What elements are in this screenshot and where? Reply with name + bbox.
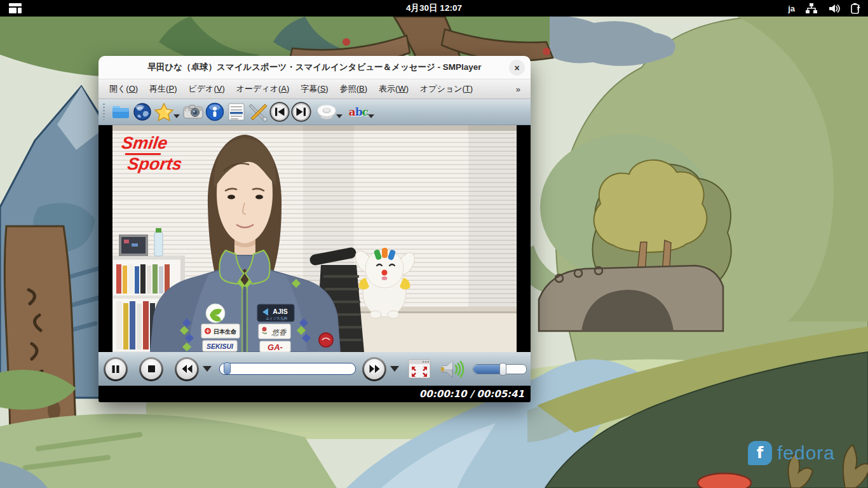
svg-text:日本生命: 日本生命 bbox=[214, 329, 237, 335]
svg-text:悠香: 悠香 bbox=[271, 328, 288, 337]
info-icon[interactable] bbox=[204, 101, 226, 123]
svg-text:エイジス九州: エイジス九州 bbox=[266, 316, 287, 320]
volume-slider[interactable] bbox=[473, 364, 527, 374]
pause-icon bbox=[111, 365, 120, 374]
fast-forward-icon bbox=[369, 365, 380, 373]
menu-browse[interactable]: 参照(B) bbox=[334, 83, 373, 95]
seek-handle[interactable] bbox=[224, 362, 231, 374]
network-wired-icon[interactable] bbox=[805, 3, 818, 14]
menu-bar: 開く(O) 再生(P) ビデオ(V) オーディオ(A) 字幕(S) 参照(B) … bbox=[98, 79, 531, 99]
control-bar bbox=[98, 352, 531, 386]
status-bar: 00:00:10 / 00:05:41 bbox=[98, 386, 531, 402]
favorites-dropdown[interactable] bbox=[173, 114, 180, 118]
close-button[interactable]: × bbox=[509, 60, 525, 76]
audio-track-icon[interactable] bbox=[316, 101, 337, 123]
previous-icon[interactable] bbox=[269, 101, 290, 123]
volume-fill bbox=[473, 365, 503, 374]
video-display-area[interactable]: AJIS エイジス九州 日本生命 SEKISUI bbox=[98, 125, 531, 352]
menu-subtitles[interactable]: 字幕(S) bbox=[295, 83, 334, 95]
forward-button[interactable] bbox=[362, 357, 386, 381]
fullscreen-icon bbox=[408, 359, 431, 379]
menu-play[interactable]: 再生(P) bbox=[144, 83, 182, 95]
menu-audio[interactable]: オーディオ(A) bbox=[231, 83, 295, 95]
sponsor-patch-nippon-life: 日本生命 bbox=[201, 324, 240, 338]
smplayer-window: 早田ひな（卓球）スマイルスポーツ・スマイルインタビュー＆メッセージ - SMPl… bbox=[98, 56, 531, 402]
toolbar-drag-handle[interactable] bbox=[102, 104, 107, 120]
time-display: 00:00:10 / 00:05:41 bbox=[419, 388, 524, 400]
next-icon[interactable] bbox=[290, 101, 312, 123]
menu-view[interactable]: 表示(W) bbox=[373, 83, 414, 95]
pause-button[interactable] bbox=[104, 357, 128, 381]
subtitles-icon[interactable]: abc bbox=[348, 101, 369, 123]
screenshot-icon[interactable] bbox=[182, 101, 204, 123]
open-url-icon[interactable] bbox=[132, 101, 153, 123]
sponsor-patch-yuka: 悠香 bbox=[259, 324, 290, 339]
system-tray: ja bbox=[788, 0, 862, 17]
stop-button[interactable] bbox=[139, 357, 163, 381]
volume-speaker-icon bbox=[440, 358, 465, 380]
smile-sports-logo: Smile Sports bbox=[118, 135, 186, 172]
favorites-icon[interactable] bbox=[153, 101, 175, 123]
desktop: f fedora 4月30日 12:07 ja bbox=[0, 0, 868, 488]
window-title: 早田ひな（卓球）スマイルスポーツ・スマイルインタビュー＆メッセージ - SMPl… bbox=[147, 62, 481, 73]
mute-button[interactable] bbox=[440, 358, 465, 380]
audio-track-dropdown[interactable] bbox=[336, 114, 342, 118]
close-icon: × bbox=[514, 63, 519, 73]
volume-handle[interactable] bbox=[499, 363, 506, 376]
top-bar: 4月30日 12:07 ja bbox=[0, 0, 868, 17]
sponsor-patch-ga: GA- bbox=[260, 341, 290, 352]
volume-icon[interactable] bbox=[828, 3, 840, 14]
svg-text:GA-: GA- bbox=[268, 342, 283, 352]
battery-charging-icon[interactable] bbox=[850, 3, 862, 15]
menu-options[interactable]: オプション(T) bbox=[414, 83, 478, 95]
seek-slider[interactable] bbox=[219, 363, 356, 375]
video-frame: AJIS エイジス九州 日本生命 SEKISUI bbox=[112, 125, 517, 352]
forward-dropdown[interactable] bbox=[390, 366, 399, 372]
rewind-button[interactable] bbox=[175, 357, 199, 381]
menu-open[interactable]: 開く(O) bbox=[104, 83, 144, 95]
activities-icon[interactable] bbox=[9, 3, 23, 13]
preferences-icon[interactable] bbox=[247, 101, 269, 123]
subtitles-dropdown[interactable] bbox=[368, 114, 374, 118]
clock[interactable]: 4月30日 12:07 bbox=[406, 3, 462, 14]
rewind-icon bbox=[182, 365, 193, 373]
fedora-logo: f fedora bbox=[748, 441, 835, 465]
toolbar: abc bbox=[98, 99, 531, 125]
fullscreen-button[interactable] bbox=[408, 359, 431, 379]
sponsor-patch-sekisui: SEKISUI bbox=[203, 341, 237, 351]
fedora-label: fedora bbox=[777, 442, 835, 464]
menu-video[interactable]: ビデオ(V) bbox=[182, 83, 230, 95]
fedora-icon: f bbox=[748, 441, 772, 465]
keyboard-layout-indicator[interactable]: ja bbox=[788, 4, 795, 13]
sponsor-patch-ajis: AJIS エイジス九州 bbox=[257, 304, 294, 322]
menu-overflow-button[interactable]: » bbox=[511, 85, 526, 94]
playlist-icon[interactable] bbox=[226, 101, 247, 123]
open-file-icon[interactable] bbox=[110, 101, 132, 123]
svg-text:AJIS: AJIS bbox=[273, 308, 287, 315]
title-bar[interactable]: 早田ひな（卓球）スマイルスポーツ・スマイルインタビュー＆メッセージ - SMPl… bbox=[98, 56, 531, 79]
svg-text:SEKISUI: SEKISUI bbox=[207, 342, 234, 350]
rewind-dropdown[interactable] bbox=[203, 366, 212, 372]
stop-icon bbox=[147, 365, 156, 373]
